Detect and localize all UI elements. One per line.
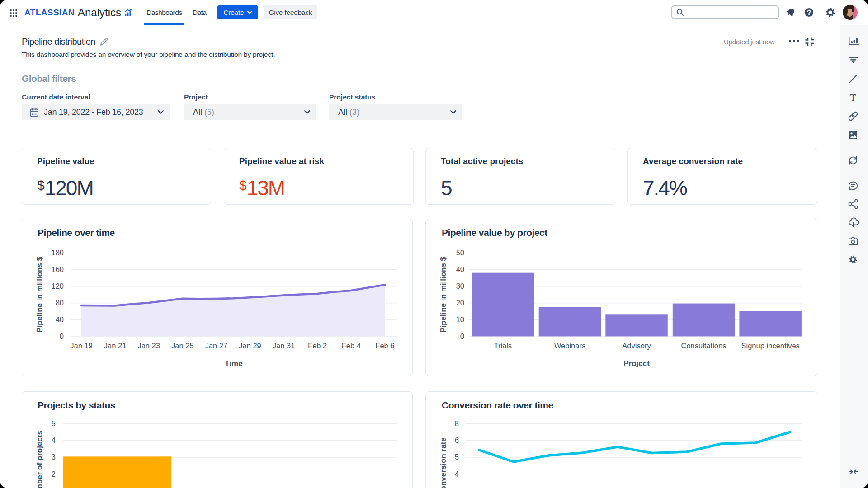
svg-text:120: 120 [51,282,64,290]
svg-text:180: 180 [51,249,64,257]
svg-text:Jan 27: Jan 27 [205,342,228,350]
svg-text:Pipeline in millions $: Pipeline in millions $ [35,256,44,333]
svg-text:Project: Project [623,359,650,368]
svg-text:5: 5 [52,419,56,427]
svg-text:30: 30 [456,282,464,290]
svg-text:Jan 23: Jan 23 [137,342,160,350]
svg-text:Jan 29: Jan 29 [239,342,261,350]
svg-text:Feb 2: Feb 2 [308,342,327,350]
svg-text:50: 50 [456,249,464,257]
svg-text:Jan 25: Jan 25 [171,342,194,350]
svg-text:20: 20 [456,299,464,307]
svg-text:Feb 4: Feb 4 [342,342,361,350]
svg-text:Jan 21: Jan 21 [104,342,127,350]
svg-text:Consultations: Consultations [681,342,726,350]
svg-text:80: 80 [56,299,64,307]
svg-text:Jan 19: Jan 19 [70,342,93,350]
svg-text:0: 0 [60,332,64,340]
svg-text:Trials: Trials [494,342,512,350]
svg-text:Pipeline in millions $: Pipeline in millions $ [439,256,448,333]
svg-text:160: 160 [51,265,64,273]
svg-text:Number of projects: Number of projects [35,431,44,488]
svg-text:Feb 6: Feb 6 [375,342,394,350]
svg-text:8: 8 [455,419,459,427]
svg-text:Webinars: Webinars [554,342,585,350]
svg-text:Time: Time [225,359,242,368]
svg-text:6: 6 [455,436,459,444]
svg-text:T: T [850,92,856,103]
svg-text:4: 4 [52,436,56,444]
svg-text:Conversion rate: Conversion rate [439,437,448,488]
svg-text:0: 0 [460,332,464,340]
svg-text:10: 10 [456,315,464,324]
svg-text:Signup incentives: Signup incentives [741,342,800,350]
svg-text:40: 40 [456,265,464,273]
svg-text:3: 3 [52,453,56,461]
svg-text:Advisory: Advisory [622,342,651,350]
svg-text:40: 40 [56,315,64,324]
svg-text:4: 4 [455,470,459,478]
svg-text:Jan 31: Jan 31 [273,342,295,350]
svg-text:2: 2 [52,470,56,478]
svg-text:5: 5 [455,453,459,461]
